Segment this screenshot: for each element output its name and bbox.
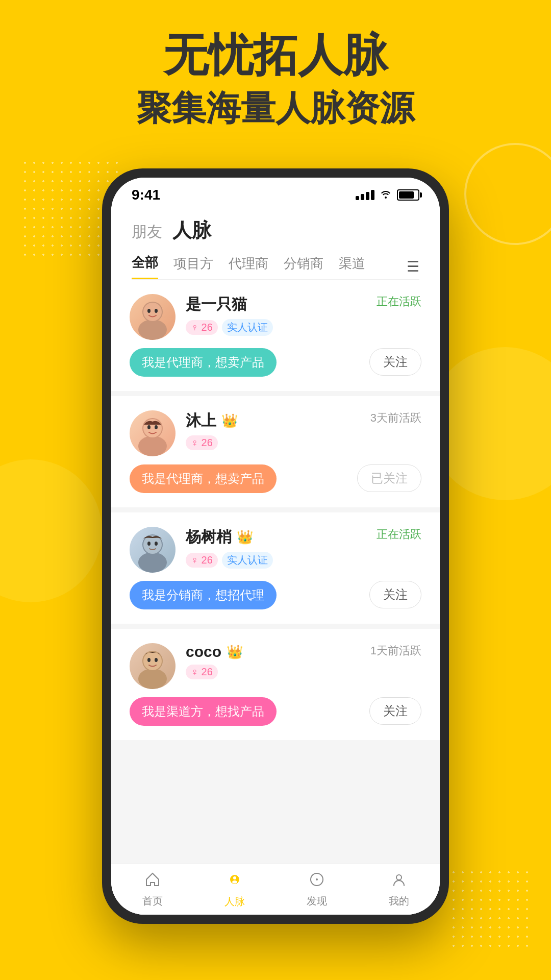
user-left-4: coco 👑 ♀ 26 bbox=[130, 643, 243, 689]
message-bubble-3: 我是分销商，想招代理 bbox=[130, 581, 277, 609]
user-name-row-4: coco 👑 bbox=[186, 643, 243, 660]
status-bar: 9:41 bbox=[111, 178, 440, 207]
user-message-1: 我是代理商，想卖产品 关注 bbox=[130, 348, 421, 377]
svg-point-21 bbox=[233, 876, 236, 879]
phone-mockup: 9:41 bbox=[102, 168, 449, 924]
message-bubble-4: 我是渠道方，想找产品 bbox=[130, 697, 277, 726]
tag-gender-4: ♀ 26 bbox=[186, 665, 218, 679]
app-content: 朋友 人脉 全部 项目方 代理商 分销商 渠道 ☰ bbox=[111, 207, 440, 915]
tag-verified-1: 实人认证 bbox=[222, 319, 273, 336]
tag-gender-3: ♀ 26 bbox=[186, 553, 218, 568]
svg-point-18 bbox=[147, 658, 151, 662]
svg-point-19 bbox=[155, 658, 158, 662]
user-left-1: 是一只猫 ♀ 26 实人认证 bbox=[130, 294, 273, 340]
header-title: 无忧拓人脉 bbox=[0, 31, 551, 80]
tab-all[interactable]: 全部 bbox=[132, 254, 158, 279]
nav-title-row: 朋友 人脉 bbox=[132, 217, 419, 243]
phone-outer: 9:41 bbox=[102, 168, 449, 924]
user-name-row-1: 是一只猫 bbox=[186, 294, 273, 315]
svg-point-9 bbox=[155, 425, 158, 429]
user-info-1: 是一只猫 ♀ 26 实人认证 bbox=[186, 294, 273, 336]
nav-friends-label: 朋友 bbox=[132, 222, 162, 242]
follow-btn-4[interactable]: 关注 bbox=[369, 697, 421, 725]
bg-circle-mid-left bbox=[0, 459, 102, 602]
bg-dots-right bbox=[449, 868, 531, 949]
svg-point-17 bbox=[143, 652, 162, 670]
header-subtitle: 聚集海量人脉资源 bbox=[0, 85, 551, 132]
user-status-2: 3天前活跃 bbox=[370, 410, 421, 426]
user-left-3: 杨树梢 👑 ♀ 26 实人认证 bbox=[130, 527, 273, 573]
svg-point-25 bbox=[396, 875, 402, 880]
user-info-2: 沐上 👑 ♀ 26 bbox=[186, 410, 238, 450]
tag-gender-2: ♀ 26 bbox=[186, 435, 218, 450]
bottom-nav: 首页 人脉 bbox=[111, 864, 440, 915]
user-name-1: 是一只猫 bbox=[186, 294, 247, 315]
user-card-top-3: 杨树梢 👑 ♀ 26 实人认证 正在活跃 bbox=[130, 527, 421, 573]
tab-more-icon[interactable]: ☰ bbox=[407, 258, 419, 275]
follow-btn-2[interactable]: 已关注 bbox=[357, 464, 421, 492]
user-status-4: 1天前活跃 bbox=[370, 643, 421, 658]
bg-circle-top-right bbox=[464, 143, 551, 245]
nav-header: 朋友 人脉 bbox=[111, 207, 440, 243]
user-tags-1: ♀ 26 实人认证 bbox=[186, 319, 273, 336]
tab-channel[interactable]: 渠道 bbox=[339, 255, 365, 279]
user-card-top-4: coco 👑 ♀ 26 1天前活跃 bbox=[130, 643, 421, 689]
nav-label-network: 人脉 bbox=[224, 895, 245, 909]
follow-btn-3[interactable]: 关注 bbox=[369, 581, 421, 608]
status-icons bbox=[356, 188, 419, 202]
svg-point-2 bbox=[143, 303, 162, 321]
svg-point-6 bbox=[138, 436, 167, 456]
user-name-4: coco bbox=[186, 643, 221, 660]
user-info-4: coco 👑 ♀ 26 bbox=[186, 643, 243, 679]
nav-label-discover: 发现 bbox=[307, 894, 327, 908]
nav-label-mine: 我的 bbox=[389, 894, 409, 908]
network-icon bbox=[226, 871, 243, 892]
nav-item-discover[interactable]: 发现 bbox=[276, 864, 358, 915]
svg-point-13 bbox=[147, 542, 151, 546]
svg-point-1 bbox=[138, 320, 167, 340]
user-message-4: 我是渠道方，想找产品 关注 bbox=[130, 697, 421, 726]
svg-point-11 bbox=[138, 552, 167, 573]
svg-point-12 bbox=[143, 535, 162, 554]
tab-agent[interactable]: 代理商 bbox=[229, 255, 268, 279]
user-name-row-3: 杨树梢 👑 bbox=[186, 527, 273, 548]
user-status-3: 正在活跃 bbox=[377, 527, 421, 542]
svg-point-24 bbox=[316, 878, 318, 880]
wifi-icon bbox=[380, 188, 392, 202]
message-bubble-1: 我是代理商，想卖产品 bbox=[130, 348, 277, 377]
svg-point-3 bbox=[147, 309, 151, 313]
crown-icon-3: 👑 bbox=[237, 529, 253, 545]
user-card-top-1: 是一只猫 ♀ 26 实人认证 正在活跃 bbox=[130, 294, 421, 340]
home-icon bbox=[144, 871, 161, 892]
svg-point-22 bbox=[232, 880, 237, 884]
discover-icon bbox=[309, 871, 325, 892]
header-text: 无忧拓人脉 聚集海量人脉资源 bbox=[0, 31, 551, 132]
svg-point-14 bbox=[155, 542, 158, 546]
crown-icon-4: 👑 bbox=[227, 644, 243, 660]
user-card-2: 沐上 👑 ♀ 26 3天前活跃 bbox=[111, 396, 440, 507]
nav-item-home[interactable]: 首页 bbox=[111, 864, 193, 915]
avatar-3 bbox=[130, 527, 176, 573]
tab-project[interactable]: 项目方 bbox=[173, 255, 213, 279]
follow-btn-1[interactable]: 关注 bbox=[369, 348, 421, 376]
user-status-1: 正在活跃 bbox=[377, 294, 421, 309]
user-tags-2: ♀ 26 bbox=[186, 435, 238, 450]
avatar-4 bbox=[130, 643, 176, 689]
mine-icon bbox=[391, 871, 407, 892]
user-name-3: 杨树梢 bbox=[186, 527, 232, 548]
status-time: 9:41 bbox=[132, 187, 160, 203]
tab-distributor[interactable]: 分销商 bbox=[284, 255, 323, 279]
phone-inner: 9:41 bbox=[111, 178, 440, 915]
nav-item-mine[interactable]: 我的 bbox=[358, 864, 440, 915]
tabs-bar: 全部 项目方 代理商 分销商 渠道 ☰ bbox=[111, 243, 440, 279]
user-name-2: 沐上 bbox=[186, 410, 216, 431]
svg-point-8 bbox=[147, 425, 151, 429]
user-card-1: 是一只猫 ♀ 26 实人认证 正在活跃 bbox=[111, 280, 440, 391]
user-tags-3: ♀ 26 实人认证 bbox=[186, 552, 273, 569]
nav-item-network[interactable]: 人脉 bbox=[193, 864, 276, 915]
message-bubble-2: 我是代理商，想卖产品 bbox=[130, 464, 277, 493]
user-card-3: 杨树梢 👑 ♀ 26 实人认证 正在活跃 bbox=[111, 512, 440, 624]
user-name-row-2: 沐上 👑 bbox=[186, 410, 238, 431]
user-list: 是一只猫 ♀ 26 实人认证 正在活跃 bbox=[111, 280, 440, 864]
svg-point-4 bbox=[155, 309, 158, 313]
